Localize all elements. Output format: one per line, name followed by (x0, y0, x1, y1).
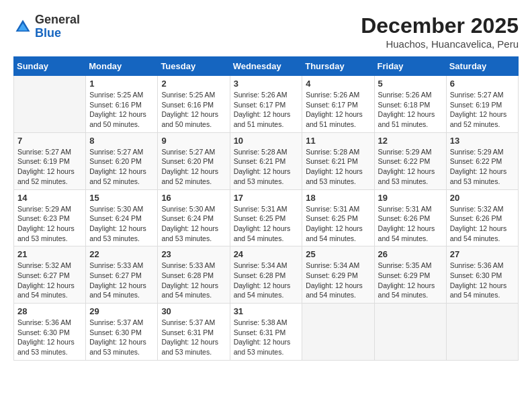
day-info: Sunrise: 5:25 AM Sunset: 6:16 PM Dayligh… (161, 90, 226, 130)
calendar-cell: 29Sunrise: 5:37 AM Sunset: 6:30 PM Dayli… (86, 304, 158, 361)
calendar-cell: 6Sunrise: 5:27 AM Sunset: 6:19 PM Daylig… (446, 76, 518, 133)
calendar-cell: 16Sunrise: 5:30 AM Sunset: 6:24 PM Dayli… (158, 189, 230, 246)
calendar-cell: 24Sunrise: 5:34 AM Sunset: 6:28 PM Dayli… (230, 246, 302, 304)
calendar-cell: 3Sunrise: 5:26 AM Sunset: 6:17 PM Daylig… (230, 76, 302, 133)
calendar-cell: 9Sunrise: 5:27 AM Sunset: 6:20 PM Daylig… (158, 132, 230, 189)
logo: General Blue (13, 13, 80, 40)
day-info: Sunrise: 5:27 AM Sunset: 6:20 PM Dayligh… (161, 147, 226, 187)
calendar-day-header: Sunday (14, 57, 86, 76)
day-number: 29 (89, 306, 154, 316)
day-number: 6 (450, 79, 515, 89)
day-number: 20 (450, 193, 515, 203)
calendar-cell: 11Sunrise: 5:28 AM Sunset: 6:21 PM Dayli… (302, 132, 374, 189)
day-number: 22 (89, 249, 154, 259)
day-number: 4 (306, 79, 370, 89)
day-number: 2 (161, 79, 226, 89)
calendar-cell: 26Sunrise: 5:35 AM Sunset: 6:29 PM Dayli… (374, 246, 446, 304)
calendar-week-row: 14Sunrise: 5:29 AM Sunset: 6:23 PM Dayli… (14, 189, 519, 246)
day-number: 23 (161, 249, 226, 259)
calendar-cell: 19Sunrise: 5:31 AM Sunset: 6:26 PM Dayli… (374, 189, 446, 246)
calendar-cell: 13Sunrise: 5:29 AM Sunset: 6:22 PM Dayli… (446, 132, 518, 189)
calendar-cell (374, 304, 446, 361)
calendar-table: SundayMondayTuesdayWednesdayThursdayFrid… (13, 56, 519, 361)
calendar-cell: 27Sunrise: 5:36 AM Sunset: 6:30 PM Dayli… (446, 246, 518, 304)
calendar-cell: 18Sunrise: 5:31 AM Sunset: 6:25 PM Dayli… (302, 189, 374, 246)
day-info: Sunrise: 5:30 AM Sunset: 6:24 PM Dayligh… (89, 204, 154, 244)
calendar-day-header: Monday (86, 57, 158, 76)
day-number: 12 (378, 136, 443, 146)
calendar-week-row: 1Sunrise: 5:25 AM Sunset: 6:16 PM Daylig… (14, 76, 519, 133)
day-info: Sunrise: 5:35 AM Sunset: 6:29 PM Dayligh… (378, 261, 443, 300)
day-number: 31 (234, 306, 299, 316)
calendar-cell: 15Sunrise: 5:30 AM Sunset: 6:24 PM Dayli… (86, 189, 158, 246)
calendar-day-header: Tuesday (158, 57, 230, 76)
day-number: 27 (450, 249, 515, 259)
day-number: 8 (89, 136, 154, 146)
calendar-cell: 21Sunrise: 5:32 AM Sunset: 6:27 PM Dayli… (14, 246, 86, 304)
day-number: 18 (306, 193, 370, 203)
day-info: Sunrise: 5:32 AM Sunset: 6:26 PM Dayligh… (450, 204, 515, 244)
day-info: Sunrise: 5:30 AM Sunset: 6:24 PM Dayligh… (161, 204, 226, 244)
day-number: 5 (378, 79, 443, 89)
calendar-cell (302, 304, 374, 361)
page-subtitle: Huachos, Huancavelica, Peru (361, 38, 519, 50)
day-number: 13 (450, 136, 515, 146)
calendar-cell: 7Sunrise: 5:27 AM Sunset: 6:19 PM Daylig… (14, 132, 86, 189)
day-number: 15 (89, 193, 154, 203)
page-header: General Blue December 2025 Huachos, Huan… (13, 13, 519, 50)
day-number: 11 (306, 136, 370, 146)
calendar-cell: 25Sunrise: 5:34 AM Sunset: 6:29 PM Dayli… (302, 246, 374, 304)
calendar-day-header: Friday (374, 57, 446, 76)
day-number: 16 (161, 193, 226, 203)
day-info: Sunrise: 5:26 AM Sunset: 6:17 PM Dayligh… (234, 90, 299, 130)
day-info: Sunrise: 5:31 AM Sunset: 6:25 PM Dayligh… (234, 204, 299, 244)
calendar-day-header: Saturday (446, 57, 518, 76)
day-number: 9 (161, 136, 226, 146)
day-info: Sunrise: 5:32 AM Sunset: 6:27 PM Dayligh… (17, 261, 82, 300)
logo-icon (13, 17, 32, 36)
calendar-cell: 28Sunrise: 5:36 AM Sunset: 6:30 PM Dayli… (14, 304, 86, 361)
day-number: 24 (234, 249, 299, 259)
calendar-day-header: Thursday (302, 57, 374, 76)
day-info: Sunrise: 5:29 AM Sunset: 6:22 PM Dayligh… (450, 147, 515, 187)
day-info: Sunrise: 5:36 AM Sunset: 6:30 PM Dayligh… (450, 261, 515, 300)
day-number: 7 (17, 136, 82, 146)
day-info: Sunrise: 5:27 AM Sunset: 6:19 PM Dayligh… (450, 90, 515, 130)
day-info: Sunrise: 5:34 AM Sunset: 6:28 PM Dayligh… (234, 261, 299, 300)
day-number: 14 (17, 193, 82, 203)
calendar-cell: 12Sunrise: 5:29 AM Sunset: 6:22 PM Dayli… (374, 132, 446, 189)
day-number: 1 (89, 79, 154, 89)
day-info: Sunrise: 5:29 AM Sunset: 6:22 PM Dayligh… (378, 147, 443, 187)
day-number: 3 (234, 79, 299, 89)
day-number: 10 (234, 136, 299, 146)
logo-text: General Blue (35, 13, 80, 40)
calendar-cell: 4Sunrise: 5:26 AM Sunset: 6:17 PM Daylig… (302, 76, 374, 133)
calendar-cell: 1Sunrise: 5:25 AM Sunset: 6:16 PM Daylig… (86, 76, 158, 133)
title-section: December 2025 Huachos, Huancavelica, Per… (361, 13, 519, 50)
calendar-cell: 14Sunrise: 5:29 AM Sunset: 6:23 PM Dayli… (14, 189, 86, 246)
calendar-week-row: 28Sunrise: 5:36 AM Sunset: 6:30 PM Dayli… (14, 304, 519, 361)
calendar-cell: 23Sunrise: 5:33 AM Sunset: 6:28 PM Dayli… (158, 246, 230, 304)
day-info: Sunrise: 5:28 AM Sunset: 6:21 PM Dayligh… (234, 147, 299, 187)
calendar-cell (14, 76, 86, 133)
calendar-cell: 31Sunrise: 5:38 AM Sunset: 6:31 PM Dayli… (230, 304, 302, 361)
day-info: Sunrise: 5:37 AM Sunset: 6:30 PM Dayligh… (89, 318, 154, 357)
day-info: Sunrise: 5:26 AM Sunset: 6:17 PM Dayligh… (306, 90, 370, 130)
calendar-header-row: SundayMondayTuesdayWednesdayThursdayFrid… (14, 57, 519, 76)
calendar-week-row: 7Sunrise: 5:27 AM Sunset: 6:19 PM Daylig… (14, 132, 519, 189)
day-info: Sunrise: 5:29 AM Sunset: 6:23 PM Dayligh… (17, 204, 82, 244)
day-info: Sunrise: 5:33 AM Sunset: 6:27 PM Dayligh… (89, 261, 154, 300)
calendar-cell: 20Sunrise: 5:32 AM Sunset: 6:26 PM Dayli… (446, 189, 518, 246)
calendar-day-header: Wednesday (230, 57, 302, 76)
calendar-cell: 5Sunrise: 5:26 AM Sunset: 6:18 PM Daylig… (374, 76, 446, 133)
calendar-cell: 2Sunrise: 5:25 AM Sunset: 6:16 PM Daylig… (158, 76, 230, 133)
calendar-cell: 8Sunrise: 5:27 AM Sunset: 6:20 PM Daylig… (86, 132, 158, 189)
day-info: Sunrise: 5:25 AM Sunset: 6:16 PM Dayligh… (89, 90, 154, 130)
day-info: Sunrise: 5:27 AM Sunset: 6:19 PM Dayligh… (17, 147, 82, 187)
day-number: 28 (17, 306, 82, 316)
logo-general: General (35, 13, 80, 27)
day-info: Sunrise: 5:31 AM Sunset: 6:26 PM Dayligh… (378, 204, 443, 244)
day-number: 30 (161, 306, 226, 316)
day-info: Sunrise: 5:26 AM Sunset: 6:18 PM Dayligh… (378, 90, 443, 130)
day-info: Sunrise: 5:33 AM Sunset: 6:28 PM Dayligh… (161, 261, 226, 300)
